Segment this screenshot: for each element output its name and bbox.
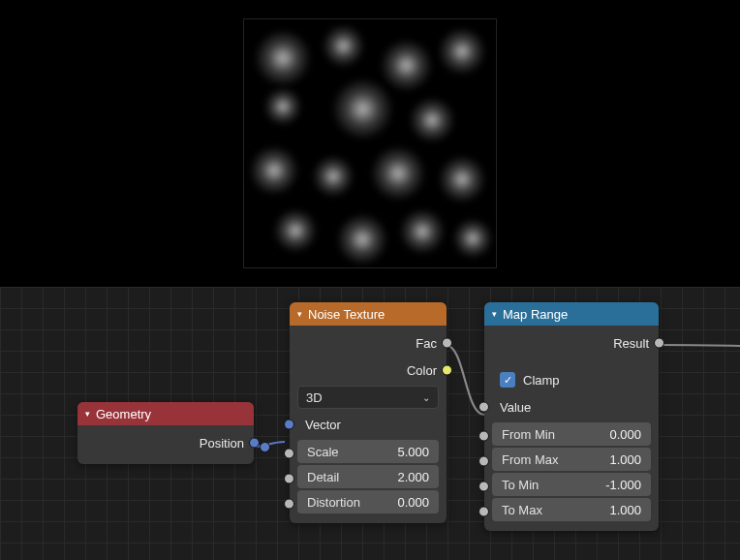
socket-value-in[interactable] — [478, 402, 489, 413]
node-header-geometry[interactable]: ▾ Geometry — [77, 402, 254, 425]
socket-tomin-in[interactable] — [478, 482, 489, 492]
clamp-checkbox[interactable]: ✓ — [500, 372, 515, 388]
dimensions-dropdown[interactable]: 3D ⌄ — [297, 386, 439, 409]
socket-frommin-in[interactable] — [478, 431, 489, 442]
output-result: Result — [484, 329, 659, 357]
field-frommax[interactable]: From Max 1.000 — [492, 448, 651, 471]
node-map-range[interactable]: ▾ Map Range Result ✓ Clamp Value From Mi… — [484, 302, 659, 531]
collapse-triangle-icon[interactable]: ▾ — [85, 409, 90, 419]
socket-result-out[interactable] — [654, 338, 664, 349]
node-noise-texture[interactable]: ▾ Noise Texture Fac Color 3D ⌄ Vector — [290, 302, 447, 523]
field-tomin[interactable]: To Min -1.000 — [492, 473, 651, 496]
input-value: Value — [484, 393, 659, 420]
output-position: Position — [77, 429, 254, 456]
socket-fac-out[interactable] — [442, 338, 452, 349]
clamp-row[interactable]: ✓ Clamp — [484, 366, 659, 393]
output-fac: Fac — [290, 329, 447, 357]
node-title: Noise Texture — [308, 307, 385, 322]
input-vector: Vector — [290, 411, 447, 438]
field-distortion[interactable]: Distortion 0.000 — [297, 490, 439, 513]
node-geometry[interactable]: ▾ Geometry Position — [77, 402, 254, 464]
node-editor[interactable]: ▾ Geometry Position ▾ Noise Texture Fac … — [0, 287, 740, 560]
chevron-down-icon: ⌄ — [422, 392, 430, 403]
node-title: Map Range — [503, 307, 568, 322]
node-header-noise[interactable]: ▾ Noise Texture — [290, 302, 447, 326]
node-title: Geometry — [96, 407, 151, 421]
socket-position-out[interactable] — [249, 438, 260, 449]
socket-scale-in[interactable] — [284, 449, 294, 459]
socket-vector-in[interactable] — [284, 420, 294, 430]
field-detail[interactable]: Detail 2.000 — [297, 465, 439, 488]
collapse-triangle-icon[interactable]: ▾ — [492, 309, 497, 319]
node-header-maprange[interactable]: ▾ Map Range — [484, 302, 659, 326]
socket-tomax-in[interactable] — [478, 507, 489, 517]
field-tomax[interactable]: To Max 1.000 — [492, 498, 651, 521]
output-color: Color — [290, 357, 447, 384]
socket-color-out[interactable] — [442, 365, 452, 376]
field-frommin[interactable]: From Min 0.000 — [492, 422, 651, 446]
preview-area — [0, 0, 740, 287]
socket-distortion-in[interactable] — [284, 499, 294, 510]
field-scale[interactable]: Scale 5.000 — [297, 440, 439, 463]
link-handle-icon[interactable] — [260, 442, 270, 452]
preview-noise-texture — [243, 18, 497, 268]
collapse-triangle-icon[interactable]: ▾ — [297, 309, 302, 319]
socket-frommax-in[interactable] — [478, 456, 489, 467]
socket-detail-in[interactable] — [284, 474, 294, 484]
